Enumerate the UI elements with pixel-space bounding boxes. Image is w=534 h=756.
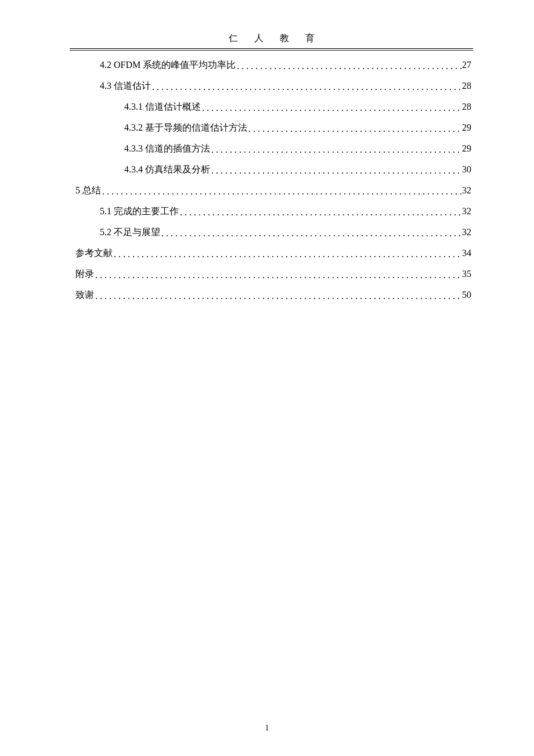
header-rule [70,48,473,51]
toc-entry-page: 28 [462,102,471,111]
toc-entry-page: 32 [462,207,471,216]
toc-entry: 4.3.1 信道估计概述28 [75,102,471,111]
toc-entry-label: 4.3.1 信道估计概述 [124,102,201,111]
toc-entry-label: 致谢 [75,290,94,300]
toc-leader-dots [247,124,462,134]
toc-entry-page: 29 [462,144,471,153]
toc-entry-page: 28 [462,81,471,91]
toc-entry: 4.3.3 信道的插值方法29 [75,144,471,153]
toc-leader-dots [101,187,462,196]
toc-entry: 4.2 OFDM 系统的峰值平均功率比27 [75,60,471,70]
toc-entry-label: 附录 [75,269,94,279]
toc-leader-dots [236,62,462,71]
toc-entry: 5.1 完成的主要工作32 [75,207,471,216]
toc-entry-label: 4.3.3 信道的插值方法 [124,144,210,153]
toc-entry-label: 5.2 不足与展望 [100,228,160,237]
toc-entry: 致谢50 [75,290,471,300]
toc-entry: 附录35 [75,269,471,279]
toc-entry-label: 4.2 OFDM 系统的峰值平均功率比 [100,60,236,70]
toc-entry-page: 50 [462,290,471,300]
toc-entry: 4.3.4 仿真结果及分析30 [75,165,471,174]
toc-leader-dots [201,103,462,113]
toc-entry: 5.2 不足与展望32 [75,228,471,237]
toc-entry-page: 27 [462,60,471,70]
toc-entry: 5 总结32 [75,186,471,195]
footer-page-number: 1 [0,723,534,733]
toc-entry-label: 4.3.4 仿真结果及分析 [124,165,210,174]
toc-leader-dots [94,271,462,280]
toc-entry-page: 30 [462,165,471,174]
toc-entry-page: 35 [462,269,471,279]
toc-entry-page: 32 [462,186,471,195]
table-of-contents: 4.2 OFDM 系统的峰值平均功率比274.3 信道估计284.3.1 信道估… [75,60,471,311]
toc-leader-dots [113,250,462,259]
toc-entry-page: 32 [462,228,471,237]
toc-leader-dots [151,82,462,92]
toc-leader-dots [94,291,462,301]
toc-entry-label: 5 总结 [75,186,101,195]
toc-entry-label: 4.3 信道估计 [100,81,151,91]
toc-leader-dots [179,208,462,217]
toc-entry: 4.3 信道估计28 [75,81,471,91]
toc-entry-label: 4.3.2 基于导频的信道估计方法 [124,123,247,132]
page-header: 仁 人 教 育 [70,33,473,51]
toc-leader-dots [210,166,462,175]
toc-entry: 4.3.2 基于导频的信道估计方法29 [75,123,471,132]
toc-entry-label: 5.1 完成的主要工作 [100,207,179,216]
header-title: 仁 人 教 育 [70,33,473,45]
toc-leader-dots [210,145,462,154]
toc-entry-label: 参考文献 [75,249,113,258]
toc-entry-page: 34 [462,249,471,258]
toc-leader-dots [160,229,462,238]
toc-entry: 参考文献34 [75,249,471,258]
toc-entry-page: 29 [462,123,471,132]
document-page: 仁 人 教 育 4.2 OFDM 系统的峰值平均功率比274.3 信道估计284… [0,0,534,756]
